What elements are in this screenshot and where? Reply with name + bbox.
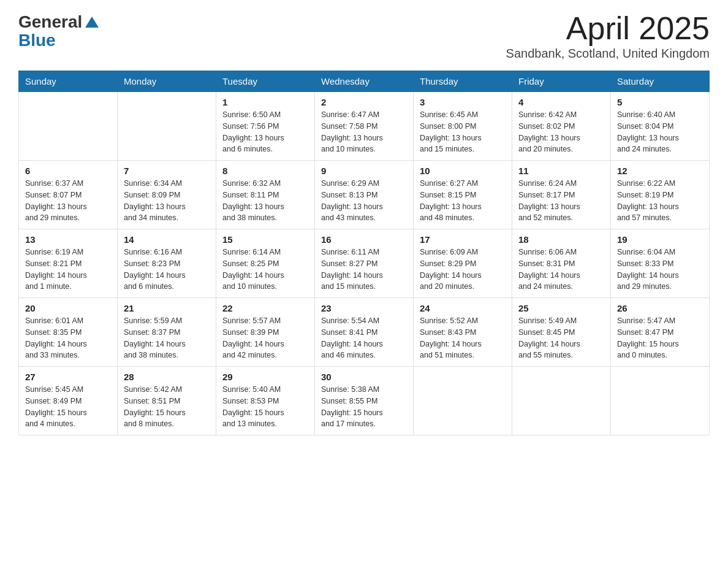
day-number: 23 [321,303,407,313]
week-row-4: 27Sunrise: 5:45 AM Sunset: 8:49 PM Dayli… [19,367,710,435]
day-number: 12 [617,166,703,176]
col-header-wednesday: Wednesday [315,71,414,92]
day-info: Sunrise: 6:01 AM Sunset: 8:35 PM Dayligh… [25,315,111,361]
day-number: 28 [124,372,210,382]
calendar-cell: 20Sunrise: 6:01 AM Sunset: 8:35 PM Dayli… [19,298,118,367]
day-info: Sunrise: 6:04 AM Sunset: 8:33 PM Dayligh… [617,247,703,293]
week-row-1: 6Sunrise: 6:37 AM Sunset: 8:07 PM Daylig… [19,161,710,229]
calendar-cell: 5Sunrise: 6:40 AM Sunset: 8:04 PM Daylig… [611,92,710,161]
day-number: 24 [420,303,506,313]
day-number: 7 [124,166,210,176]
calendar-cell: 18Sunrise: 6:06 AM Sunset: 8:31 PM Dayli… [512,229,611,298]
day-number: 14 [124,234,210,245]
calendar-cell: 9Sunrise: 6:29 AM Sunset: 8:13 PM Daylig… [315,161,414,229]
col-header-tuesday: Tuesday [216,71,315,92]
day-number: 1 [222,97,308,107]
day-info: Sunrise: 6:40 AM Sunset: 8:04 PM Dayligh… [617,109,703,155]
day-info: Sunrise: 6:11 AM Sunset: 8:27 PM Dayligh… [321,247,407,293]
day-info: Sunrise: 5:45 AM Sunset: 8:49 PM Dayligh… [25,384,111,430]
col-header-saturday: Saturday [611,71,710,92]
day-number: 9 [321,166,407,176]
day-number: 3 [420,97,506,107]
calendar-cell: 26Sunrise: 5:47 AM Sunset: 8:47 PM Dayli… [611,298,710,367]
week-row-2: 13Sunrise: 6:19 AM Sunset: 8:21 PM Dayli… [19,229,710,298]
calendar-cell [118,92,216,161]
day-info: Sunrise: 5:47 AM Sunset: 8:47 PM Dayligh… [617,315,703,361]
col-header-friday: Friday [512,71,611,92]
calendar-cell: 30Sunrise: 5:38 AM Sunset: 8:55 PM Dayli… [315,367,414,435]
calendar-table: SundayMondayTuesdayWednesdayThursdayFrid… [18,71,710,435]
day-info: Sunrise: 6:22 AM Sunset: 8:19 PM Dayligh… [617,178,703,224]
calendar-cell: 27Sunrise: 5:45 AM Sunset: 8:49 PM Dayli… [19,367,118,435]
day-info: Sunrise: 5:52 AM Sunset: 8:43 PM Dayligh… [420,315,506,361]
day-info: Sunrise: 6:16 AM Sunset: 8:23 PM Dayligh… [124,247,210,293]
day-number: 19 [617,234,703,245]
logo-triangle-icon [84,15,100,29]
day-number: 16 [321,234,407,245]
calendar-cell [611,367,710,435]
day-number: 4 [518,97,604,107]
week-row-3: 20Sunrise: 6:01 AM Sunset: 8:35 PM Dayli… [19,298,710,367]
day-info: Sunrise: 6:50 AM Sunset: 7:56 PM Dayligh… [222,109,308,155]
month-title: April 2025 [506,12,710,44]
calendar-cell: 13Sunrise: 6:19 AM Sunset: 8:21 PM Dayli… [19,229,118,298]
day-number: 6 [25,166,111,176]
page-header: GeneralBlue April 2025 Sandbank, Scotlan… [18,12,710,61]
day-info: Sunrise: 6:09 AM Sunset: 8:29 PM Dayligh… [420,247,506,293]
calendar-cell: 7Sunrise: 6:34 AM Sunset: 8:09 PM Daylig… [118,161,216,229]
calendar-cell [414,367,512,435]
day-number: 17 [420,234,506,245]
calendar-cell: 22Sunrise: 5:57 AM Sunset: 8:39 PM Dayli… [216,298,315,367]
calendar-cell: 24Sunrise: 5:52 AM Sunset: 8:43 PM Dayli… [414,298,512,367]
location-title: Sandbank, Scotland, United Kingdom [506,47,710,61]
day-info: Sunrise: 5:59 AM Sunset: 8:37 PM Dayligh… [124,315,210,361]
calendar-cell: 11Sunrise: 6:24 AM Sunset: 8:17 PM Dayli… [512,161,611,229]
col-header-thursday: Thursday [414,71,512,92]
logo: GeneralBlue [18,12,100,50]
day-number: 8 [222,166,308,176]
title-block: April 2025 Sandbank, Scotland, United Ki… [506,12,710,61]
calendar-cell: 1Sunrise: 6:50 AM Sunset: 7:56 PM Daylig… [216,92,315,161]
day-number: 13 [25,234,111,245]
day-info: Sunrise: 5:57 AM Sunset: 8:39 PM Dayligh… [222,315,308,361]
calendar-cell: 8Sunrise: 6:32 AM Sunset: 8:11 PM Daylig… [216,161,315,229]
header-row: SundayMondayTuesdayWednesdayThursdayFrid… [19,71,710,92]
calendar-cell: 2Sunrise: 6:47 AM Sunset: 7:58 PM Daylig… [315,92,414,161]
day-number: 29 [222,372,308,382]
day-info: Sunrise: 6:32 AM Sunset: 8:11 PM Dayligh… [222,178,308,224]
col-header-monday: Monday [118,71,216,92]
svg-marker-0 [85,17,99,28]
day-info: Sunrise: 6:14 AM Sunset: 8:25 PM Dayligh… [222,247,308,293]
calendar-cell: 12Sunrise: 6:22 AM Sunset: 8:19 PM Dayli… [611,161,710,229]
logo-blue-text: Blue [18,31,56,50]
day-info: Sunrise: 6:27 AM Sunset: 8:15 PM Dayligh… [420,178,506,224]
calendar-cell: 23Sunrise: 5:54 AM Sunset: 8:41 PM Dayli… [315,298,414,367]
day-info: Sunrise: 5:49 AM Sunset: 8:45 PM Dayligh… [518,315,604,361]
day-info: Sunrise: 6:06 AM Sunset: 8:31 PM Dayligh… [518,247,604,293]
calendar-cell: 17Sunrise: 6:09 AM Sunset: 8:29 PM Dayli… [414,229,512,298]
calendar-cell: 16Sunrise: 6:11 AM Sunset: 8:27 PM Dayli… [315,229,414,298]
week-row-0: 1Sunrise: 6:50 AM Sunset: 7:56 PM Daylig… [19,92,710,161]
calendar-cell: 28Sunrise: 5:42 AM Sunset: 8:51 PM Dayli… [118,367,216,435]
day-info: Sunrise: 6:45 AM Sunset: 8:00 PM Dayligh… [420,109,506,155]
calendar-cell: 15Sunrise: 6:14 AM Sunset: 8:25 PM Dayli… [216,229,315,298]
calendar-cell: 29Sunrise: 5:40 AM Sunset: 8:53 PM Dayli… [216,367,315,435]
day-info: Sunrise: 6:47 AM Sunset: 7:58 PM Dayligh… [321,109,407,155]
day-info: Sunrise: 5:42 AM Sunset: 8:51 PM Dayligh… [124,384,210,430]
calendar-cell: 21Sunrise: 5:59 AM Sunset: 8:37 PM Dayli… [118,298,216,367]
calendar-cell [19,92,118,161]
day-number: 22 [222,303,308,313]
calendar-cell: 25Sunrise: 5:49 AM Sunset: 8:45 PM Dayli… [512,298,611,367]
day-info: Sunrise: 5:54 AM Sunset: 8:41 PM Dayligh… [321,315,407,361]
day-info: Sunrise: 6:29 AM Sunset: 8:13 PM Dayligh… [321,178,407,224]
day-number: 18 [518,234,604,245]
day-number: 15 [222,234,308,245]
day-info: Sunrise: 6:42 AM Sunset: 8:02 PM Dayligh… [518,109,604,155]
day-number: 5 [617,97,703,107]
day-number: 26 [617,303,703,313]
calendar-cell: 19Sunrise: 6:04 AM Sunset: 8:33 PM Dayli… [611,229,710,298]
day-number: 10 [420,166,506,176]
day-info: Sunrise: 5:38 AM Sunset: 8:55 PM Dayligh… [321,384,407,430]
calendar-cell: 6Sunrise: 6:37 AM Sunset: 8:07 PM Daylig… [19,161,118,229]
day-info: Sunrise: 6:19 AM Sunset: 8:21 PM Dayligh… [25,247,111,293]
